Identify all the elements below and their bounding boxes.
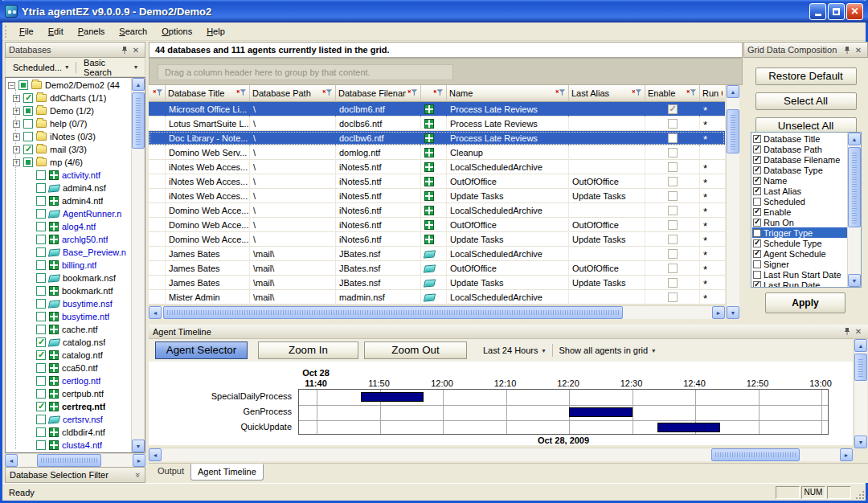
title-bar[interactable]: Ytria agentEZ v9.0.0.9 - Demo2/Demo2 ✕ xyxy=(0,0,868,22)
scroll-left-icon[interactable]: ◄ xyxy=(149,306,162,319)
field-checkbox[interactable] xyxy=(753,135,761,143)
grid-row[interactable]: iNotes Web Acces...\iNotes5.ntfLocalSche… xyxy=(149,160,725,174)
timeline-horizontal-scrollbar[interactable]: ◄ ► xyxy=(149,448,853,461)
tree-checkbox[interactable] xyxy=(23,145,33,154)
tree-item[interactable]: cldbdir4.ntf xyxy=(6,426,131,439)
field-row[interactable]: Database Path xyxy=(752,144,847,154)
tree-checkbox[interactable] xyxy=(36,286,46,296)
tree-item[interactable]: alog4.ntf xyxy=(6,220,131,233)
field-row[interactable]: Last Run Date xyxy=(752,280,847,287)
tree-checkbox[interactable] xyxy=(36,440,46,450)
field-row[interactable]: Enable xyxy=(752,207,847,217)
scroll-right-icon[interactable]: ► xyxy=(840,448,853,461)
field-row[interactable]: Trigger Type xyxy=(752,227,847,238)
field-checkbox[interactable] xyxy=(753,271,761,279)
select-all-button[interactable]: Select All xyxy=(755,92,857,110)
column-header-last-alias[interactable]: Last Alias xyxy=(569,85,645,102)
tree-item[interactable]: activity.ntf xyxy=(6,169,131,182)
field-row[interactable]: Schedule Type xyxy=(752,238,847,248)
field-checkbox[interactable] xyxy=(753,219,761,227)
collapse-icon[interactable]: − xyxy=(8,82,15,89)
enable-checkbox[interactable] xyxy=(668,177,678,186)
tree-item[interactable]: cache.ntf xyxy=(6,323,131,336)
tree-checkbox[interactable] xyxy=(36,260,46,270)
tree-checkbox[interactable] xyxy=(36,235,46,244)
tree-item[interactable]: archlg50.ntf xyxy=(6,233,131,246)
scroll-down-icon[interactable]: ▼ xyxy=(854,436,867,448)
scroll-down-icon[interactable]: ▼ xyxy=(132,440,145,452)
menu-item-file[interactable]: File xyxy=(12,24,41,39)
tree-checkbox[interactable] xyxy=(36,363,46,373)
enable-checkbox[interactable] xyxy=(668,249,678,259)
grid-scroll-thumb[interactable] xyxy=(727,109,739,153)
scroll-right-icon[interactable]: ► xyxy=(133,454,145,467)
scroll-up-icon[interactable]: ▲ xyxy=(727,85,739,98)
tree-checkbox[interactable] xyxy=(36,273,46,283)
tree-item[interactable]: AgentRunner.n xyxy=(6,207,131,220)
grid-row[interactable]: iNotes Web Acces...\iNotes5.ntfOutOfOffi… xyxy=(149,174,725,189)
menu-item-panels[interactable]: Panels xyxy=(71,24,113,39)
scroll-left-icon[interactable]: ◄ xyxy=(149,448,162,461)
fields-vertical-scrollbar[interactable]: ▲ ▼ xyxy=(847,133,861,287)
field-row[interactable]: Database Type xyxy=(752,165,847,175)
tree-checkbox[interactable] xyxy=(36,196,46,206)
resize-grip[interactable] xyxy=(854,489,865,500)
tree-item[interactable]: +mail (3/3) xyxy=(6,143,131,156)
tree-item[interactable]: catalog.ntf xyxy=(6,349,131,362)
scroll-up-icon[interactable]: ▲ xyxy=(132,78,145,91)
enable-checkbox[interactable] xyxy=(668,292,678,302)
field-checkbox[interactable] xyxy=(753,187,761,195)
timeline-scroll-thumb[interactable] xyxy=(854,354,867,381)
grid-row[interactable]: iNotes Web Acces...\iNotes5.ntfUpdate Ta… xyxy=(149,189,725,203)
filter-icon[interactable] xyxy=(433,88,444,98)
time-range-dropdown[interactable]: Last 24 Hours xyxy=(477,346,552,355)
field-row[interactable]: Last Run Start Date xyxy=(752,269,847,280)
tree-checkbox[interactable] xyxy=(36,299,46,309)
tree-item[interactable]: −Demo2/Demo2 (44 xyxy=(6,79,131,92)
field-row[interactable]: Last Alias xyxy=(752,186,847,196)
tree-checkbox[interactable] xyxy=(23,93,33,103)
filter-icon[interactable] xyxy=(555,88,566,98)
column-header[interactable] xyxy=(421,85,447,102)
tree-item[interactable]: admin4.ntf xyxy=(6,194,131,207)
field-checkbox[interactable] xyxy=(753,281,761,288)
tree-checkbox[interactable] xyxy=(18,80,28,90)
tree-item[interactable]: Base_Preview.n xyxy=(6,246,131,259)
column-header-run-c[interactable]: Run C xyxy=(700,85,725,102)
grid-row[interactable]: Domino Web Acce...\iNotes6.ntfLocalSched… xyxy=(149,203,725,218)
restore-default-button[interactable]: Restore Default xyxy=(755,67,857,85)
tree-checkbox[interactable] xyxy=(36,209,46,219)
tree-hscroll-thumb[interactable] xyxy=(37,454,101,467)
filter-icon[interactable] xyxy=(686,88,697,98)
field-checkbox[interactable] xyxy=(753,229,761,237)
expand-icon[interactable]: + xyxy=(13,121,20,128)
grid-vertical-scrollbar[interactable]: ▲ ▼ xyxy=(726,85,739,319)
field-row[interactable]: Run On xyxy=(752,217,847,227)
fields-scroll-thumb[interactable] xyxy=(848,147,861,227)
tree-checkbox[interactable] xyxy=(36,415,46,424)
tree-horizontal-scrollbar[interactable]: ◄ ► xyxy=(5,453,145,467)
close-button[interactable]: ✕ xyxy=(846,3,863,20)
column-header-name[interactable]: Name xyxy=(447,85,569,102)
tree-item[interactable]: billing.ntf xyxy=(6,259,131,272)
tree-checkbox[interactable] xyxy=(36,337,46,347)
zoom-out-button[interactable]: Zoom Out xyxy=(364,341,467,359)
tree-checkbox[interactable] xyxy=(36,312,46,321)
grid-row[interactable]: Domino Web Acce...\iNotes6.ntfOutOfOffic… xyxy=(149,218,725,232)
field-checkbox[interactable] xyxy=(753,198,761,206)
tab-output[interactable]: Output xyxy=(151,464,190,481)
database-selection-filter-bar[interactable]: Database Selection Filter » xyxy=(5,467,145,483)
expand-icon[interactable]: + xyxy=(13,146,20,153)
timeline-bar[interactable] xyxy=(361,392,424,402)
column-header-enable[interactable]: Enable xyxy=(645,85,700,102)
tree-item[interactable]: certpub.ntf xyxy=(6,387,131,400)
basic-search-dropdown[interactable]: Basic Search xyxy=(80,56,141,79)
scroll-up-icon[interactable]: ▲ xyxy=(854,339,867,352)
grid-row[interactable]: James Bates\mail\JBates.nsfOutOfOfficeOu… xyxy=(149,261,725,276)
tree-item[interactable]: busytime.ntf xyxy=(6,310,131,323)
zoom-in-button[interactable]: Zoom In xyxy=(258,341,358,359)
menu-item-help[interactable]: Help xyxy=(199,24,232,39)
tree-checkbox[interactable] xyxy=(36,222,46,231)
field-checkbox[interactable] xyxy=(753,156,761,164)
field-checkbox[interactable] xyxy=(753,177,761,185)
